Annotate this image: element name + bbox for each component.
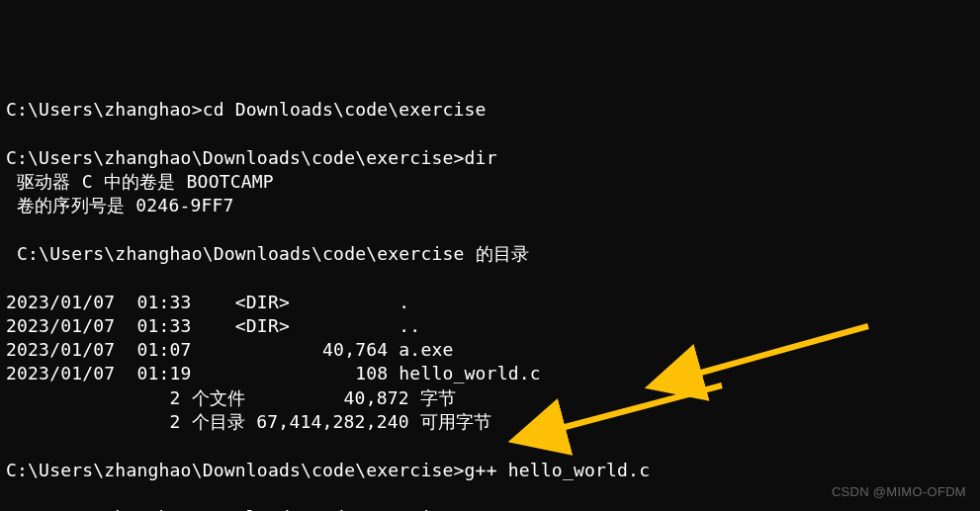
terminal-line: 2 个目录 67,414,282,240 可用字节 <box>0 410 980 434</box>
prompt-path: C:\Users\zhanghao\Downloads\code\exercis… <box>6 507 465 511</box>
terminal-line <box>0 122 980 145</box>
terminal-line <box>0 434 980 458</box>
prompt-path: C:\Users\zhanghao\Downloads\code\exercis… <box>6 147 465 168</box>
prompt-path: C:\Users\zhanghao> <box>6 99 203 120</box>
terminal-line: 2023/01/07 01:07 40,764 a.exe <box>0 338 980 362</box>
command-text: g++ hello_world.c <box>465 460 651 480</box>
terminal-line: C:\Users\zhanghao\Downloads\code\exercis… <box>0 506 980 511</box>
terminal-line: 2023/01/07 01:33 <DIR> . <box>0 291 980 314</box>
terminal-line <box>0 218 980 242</box>
watermark-text: CSDN @MIMO-OFDM <box>832 483 966 501</box>
terminal-line <box>0 266 980 290</box>
terminal-line: 2023/01/07 01:19 108 hello_world.c <box>0 362 980 385</box>
prompt-path: C:\Users\zhanghao\Downloads\code\exercis… <box>6 460 465 480</box>
terminal-line: 驱动器 C 中的卷是 BOOTCAMP <box>0 170 980 194</box>
command-text: a.exe <box>465 507 519 511</box>
terminal-line: 2 个文件 40,872 字节 <box>0 386 980 410</box>
terminal-line: C:\Users\zhanghao\Downloads\code\exercis… <box>0 242 980 266</box>
terminal-line: 卷的序列号是 0246-9FF7 <box>0 194 980 217</box>
command-text: dir <box>465 147 497 168</box>
terminal-line: C:\Users\zhanghao>cd Downloads\code\exer… <box>0 98 980 122</box>
command-text: cd Downloads\code\exercise <box>203 99 487 120</box>
terminal-line: 2023/01/07 01:33 <DIR> .. <box>0 314 980 338</box>
terminal-line: C:\Users\zhanghao\Downloads\code\exercis… <box>0 146 980 170</box>
terminal-line: C:\Users\zhanghao\Downloads\code\exercis… <box>0 459 980 482</box>
terminal-output[interactable]: C:\Users\zhanghao>cd Downloads\code\exer… <box>0 98 980 511</box>
